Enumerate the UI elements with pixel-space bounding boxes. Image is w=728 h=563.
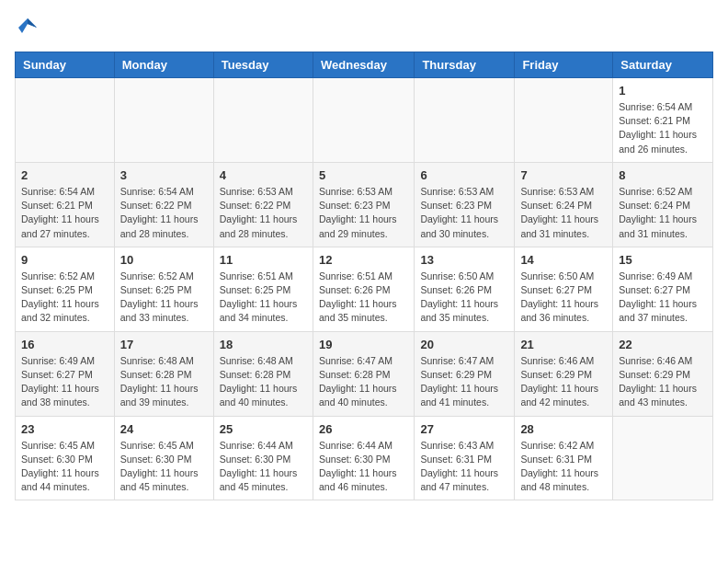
calendar-cell: 9Sunrise: 6:52 AM Sunset: 6:25 PM Daylig… [16,247,115,331]
day-info: Sunrise: 6:50 AM Sunset: 6:27 PM Dayligh… [520,270,607,326]
day-info: Sunrise: 6:45 AM Sunset: 6:30 PM Dayligh… [21,439,108,495]
day-number: 25 [220,422,307,436]
day-number: 5 [319,168,408,182]
day-info: Sunrise: 6:49 AM Sunset: 6:27 PM Dayligh… [619,270,707,326]
day-info: Sunrise: 6:53 AM Sunset: 6:23 PM Dayligh… [319,185,408,241]
day-number: 17 [120,338,208,351]
calendar-header-row: SundayMondayTuesdayWednesdayThursdayFrid… [16,52,713,78]
calendar-cell: 12Sunrise: 6:51 AM Sunset: 6:26 PM Dayli… [313,247,414,331]
header [15,15,713,40]
calendar-cell: 20Sunrise: 6:47 AM Sunset: 6:29 PM Dayli… [415,331,515,416]
day-info: Sunrise: 6:52 AM Sunset: 6:25 PM Dayligh… [21,270,108,326]
calendar-cell [213,78,313,163]
day-info: Sunrise: 6:46 AM Sunset: 6:29 PM Dayligh… [619,354,707,410]
calendar-cell: 6Sunrise: 6:53 AM Sunset: 6:23 PM Daylig… [415,162,515,247]
day-info: Sunrise: 6:49 AM Sunset: 6:27 PM Dayligh… [21,354,108,410]
day-info: Sunrise: 6:54 AM Sunset: 6:22 PM Dayligh… [120,185,208,241]
day-number: 1 [619,84,707,98]
calendar-cell: 24Sunrise: 6:45 AM Sunset: 6:30 PM Dayli… [114,416,213,500]
calendar-cell [415,78,515,163]
day-number: 18 [220,338,307,351]
day-number: 24 [120,422,208,436]
col-header-sunday: Sunday [16,52,115,78]
col-header-tuesday: Tuesday [213,52,313,78]
calendar-cell: 1Sunrise: 6:54 AM Sunset: 6:21 PM Daylig… [613,78,713,163]
calendar-cell: 16Sunrise: 6:49 AM Sunset: 6:27 PM Dayli… [16,331,115,416]
day-info: Sunrise: 6:48 AM Sunset: 6:28 PM Dayligh… [220,354,307,410]
day-info: Sunrise: 6:51 AM Sunset: 6:26 PM Dayligh… [319,270,408,326]
day-info: Sunrise: 6:54 AM Sunset: 6:21 PM Dayligh… [619,100,707,156]
day-number: 10 [120,253,208,267]
calendar-cell: 5Sunrise: 6:53 AM Sunset: 6:23 PM Daylig… [313,162,414,247]
calendar-cell: 13Sunrise: 6:50 AM Sunset: 6:26 PM Dayli… [415,247,515,331]
day-info: Sunrise: 6:47 AM Sunset: 6:28 PM Dayligh… [319,354,408,410]
calendar-cell: 15Sunrise: 6:49 AM Sunset: 6:27 PM Dayli… [613,247,713,331]
calendar-cell: 28Sunrise: 6:42 AM Sunset: 6:31 PM Dayli… [515,416,613,500]
calendar-cell: 8Sunrise: 6:52 AM Sunset: 6:24 PM Daylig… [613,162,713,247]
calendar-cell: 26Sunrise: 6:44 AM Sunset: 6:30 PM Dayli… [313,416,414,500]
calendar-week-3: 16Sunrise: 6:49 AM Sunset: 6:27 PM Dayli… [16,331,713,416]
day-number: 15 [619,253,707,267]
calendar-cell [515,78,613,163]
day-info: Sunrise: 6:52 AM Sunset: 6:25 PM Dayligh… [120,270,208,326]
day-info: Sunrise: 6:42 AM Sunset: 6:31 PM Dayligh… [520,439,607,495]
calendar-cell [613,416,713,500]
day-number: 19 [319,338,408,351]
calendar-cell [114,78,213,163]
day-info: Sunrise: 6:53 AM Sunset: 6:22 PM Dayligh… [220,185,307,241]
calendar-table: SundayMondayTuesdayWednesdayThursdayFrid… [15,52,713,500]
logo-icon [15,15,40,40]
logo [15,15,44,40]
calendar-cell: 3Sunrise: 6:54 AM Sunset: 6:22 PM Daylig… [114,162,213,247]
calendar-cell: 22Sunrise: 6:46 AM Sunset: 6:29 PM Dayli… [613,331,713,416]
day-info: Sunrise: 6:43 AM Sunset: 6:31 PM Dayligh… [420,439,508,495]
calendar-week-1: 2Sunrise: 6:54 AM Sunset: 6:21 PM Daylig… [16,162,713,247]
calendar-week-0: 1Sunrise: 6:54 AM Sunset: 6:21 PM Daylig… [16,78,713,163]
day-info: Sunrise: 6:50 AM Sunset: 6:26 PM Dayligh… [420,270,508,326]
calendar-cell: 14Sunrise: 6:50 AM Sunset: 6:27 PM Dayli… [515,247,613,331]
calendar-cell: 10Sunrise: 6:52 AM Sunset: 6:25 PM Dayli… [114,247,213,331]
calendar-cell: 4Sunrise: 6:53 AM Sunset: 6:22 PM Daylig… [213,162,313,247]
day-number: 2 [21,168,108,182]
col-header-thursday: Thursday [415,52,515,78]
calendar-cell: 17Sunrise: 6:48 AM Sunset: 6:28 PM Dayli… [114,331,213,416]
day-number: 27 [420,422,508,436]
calendar-cell [313,78,414,163]
calendar-cell: 18Sunrise: 6:48 AM Sunset: 6:28 PM Dayli… [213,331,313,416]
day-info: Sunrise: 6:54 AM Sunset: 6:21 PM Dayligh… [21,185,108,241]
calendar-cell: 21Sunrise: 6:46 AM Sunset: 6:29 PM Dayli… [515,331,613,416]
day-info: Sunrise: 6:53 AM Sunset: 6:23 PM Dayligh… [420,185,508,241]
day-number: 14 [520,253,607,267]
day-number: 22 [619,338,707,351]
day-number: 8 [619,168,707,182]
day-info: Sunrise: 6:51 AM Sunset: 6:25 PM Dayligh… [220,270,307,326]
day-info: Sunrise: 6:44 AM Sunset: 6:30 PM Dayligh… [319,439,408,495]
calendar-week-4: 23Sunrise: 6:45 AM Sunset: 6:30 PM Dayli… [16,416,713,500]
day-number: 23 [21,422,108,436]
day-number: 20 [420,338,508,351]
day-number: 12 [319,253,408,267]
day-number: 6 [420,168,508,182]
calendar-cell: 19Sunrise: 6:47 AM Sunset: 6:28 PM Dayli… [313,331,414,416]
calendar-cell [16,78,115,163]
day-info: Sunrise: 6:47 AM Sunset: 6:29 PM Dayligh… [420,354,508,410]
day-info: Sunrise: 6:48 AM Sunset: 6:28 PM Dayligh… [120,354,208,410]
day-number: 3 [120,168,208,182]
day-number: 26 [319,422,408,436]
calendar-cell: 23Sunrise: 6:45 AM Sunset: 6:30 PM Dayli… [16,416,115,500]
col-header-wednesday: Wednesday [313,52,414,78]
day-info: Sunrise: 6:53 AM Sunset: 6:24 PM Dayligh… [520,185,607,241]
day-number: 28 [520,422,607,436]
calendar-week-2: 9Sunrise: 6:52 AM Sunset: 6:25 PM Daylig… [16,247,713,331]
day-info: Sunrise: 6:44 AM Sunset: 6:30 PM Dayligh… [220,439,307,495]
col-header-monday: Monday [114,52,213,78]
day-number: 16 [21,338,108,351]
day-info: Sunrise: 6:45 AM Sunset: 6:30 PM Dayligh… [120,439,208,495]
calendar-cell: 25Sunrise: 6:44 AM Sunset: 6:30 PM Dayli… [213,416,313,500]
calendar-cell: 11Sunrise: 6:51 AM Sunset: 6:25 PM Dayli… [213,247,313,331]
day-number: 9 [21,253,108,267]
col-header-friday: Friday [515,52,613,78]
day-info: Sunrise: 6:46 AM Sunset: 6:29 PM Dayligh… [520,354,607,410]
day-info: Sunrise: 6:52 AM Sunset: 6:24 PM Dayligh… [619,185,707,241]
col-header-saturday: Saturday [613,52,713,78]
